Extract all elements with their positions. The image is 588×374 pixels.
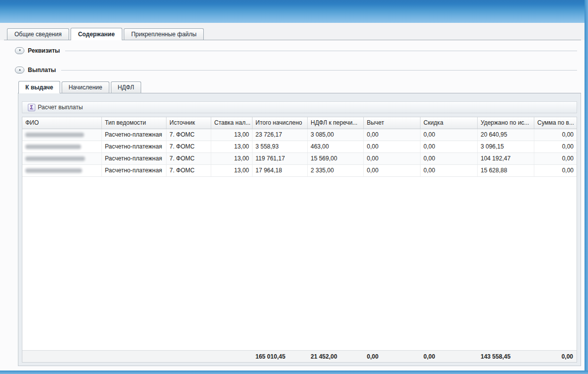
- cell-deduction: 0,00: [364, 141, 420, 152]
- column-header-accrued-total[interactable]: Итого начислено: [252, 117, 308, 129]
- cell-source: 7. ФОМС: [167, 153, 211, 164]
- cell-doc-sum: 0,00: [534, 141, 577, 152]
- redacted-name: [25, 145, 81, 149]
- grid-toolbar: Σ Расчет выплаты: [22, 101, 577, 113]
- column-header-discount[interactable]: Скидка: [420, 117, 478, 129]
- tab-general-info[interactable]: Общие сведения: [7, 28, 69, 40]
- section-title-requisites: Реквизиты: [28, 47, 60, 54]
- payments-grid: ФИО Тип ведомости Источник Ставка нал...…: [22, 117, 577, 363]
- cell-ved-type: Расчетно-платежная: [102, 153, 167, 164]
- totals-spacer: [167, 351, 211, 363]
- cell-source: 7. ФОМС: [167, 129, 211, 141]
- column-header-withheld[interactable]: Удержано по ис...: [478, 117, 534, 129]
- column-header-deduction[interactable]: Вычет: [364, 117, 420, 129]
- column-header-ved-type[interactable]: Тип ведомости: [102, 117, 167, 129]
- cell-ndfl-transfer: 3 085,00: [308, 129, 364, 141]
- cell-ved-type: Расчетно-платежная: [102, 129, 167, 141]
- redacted-name: [25, 156, 85, 161]
- cell-deduction: 0,00: [364, 129, 420, 141]
- redacted-name: [25, 133, 84, 137]
- chevron-down-icon: ▼: [18, 49, 21, 52]
- cell-source: 7. ФОМС: [167, 165, 211, 176]
- grid-totals-row: 165 010,45 21 452,00 0,00 0,00 143 558,4…: [22, 350, 577, 362]
- cell-ndfl-transfer: 463,00: [308, 141, 364, 152]
- cell-deduction: 0,00: [364, 153, 420, 164]
- table-row[interactable]: Расчетно-платежная 7. ФОМС 13,00 119 761…: [22, 153, 577, 165]
- cell-tax-rate: 13,00: [211, 141, 252, 152]
- section-requisites: ▼ Реквизиты: [15, 47, 577, 55]
- cell-withheld: 3 096,15: [478, 141, 534, 152]
- window-frame-bottom: [0, 371, 588, 374]
- totals-spacer: [22, 351, 102, 363]
- total-withheld: 143 558,45: [478, 351, 534, 363]
- section-payments: ▲ Выплаты: [15, 66, 577, 74]
- table-row[interactable]: Расчетно-платежная 7. ФОМС 13,00 17 964,…: [22, 165, 577, 177]
- cell-discount: 0,00: [420, 141, 478, 152]
- tab-attached-files[interactable]: Прикрепленные файлы: [124, 28, 204, 40]
- cell-discount: 0,00: [420, 129, 478, 141]
- cell-tax-rate: 13,00: [211, 129, 252, 141]
- total-deduction: 0,00: [364, 351, 420, 363]
- cell-accrued-total: 23 726,17: [252, 129, 308, 141]
- total-discount: 0,00: [420, 351, 478, 363]
- main-tabstrip: Общие сведения Содержание Прикрепленные …: [4, 28, 581, 40]
- cell-accrued-total: 119 761,17: [252, 153, 308, 164]
- subtab-to-issue[interactable]: К выдаче: [18, 81, 60, 93]
- section-divider: [65, 51, 577, 51]
- cell-fio: [22, 141, 102, 152]
- column-header-fio[interactable]: ФИО: [22, 117, 102, 129]
- grid-header-row: ФИО Тип ведомости Источник Ставка нал...…: [22, 117, 577, 129]
- calc-payment-label: Расчет выплаты: [38, 104, 83, 111]
- payments-panel-body: Σ Расчет выплаты ФИО Тип ведомости Источ…: [18, 93, 581, 366]
- cell-tax-rate: 13,00: [211, 165, 252, 176]
- payments-panel: К выдаче Начисление НДФЛ Σ Расчет выплат…: [18, 81, 581, 366]
- sigma-icon: Σ: [28, 104, 35, 111]
- subtab-accrual[interactable]: Начисление: [62, 81, 109, 93]
- calc-payment-button[interactable]: Σ Расчет выплаты: [25, 103, 86, 112]
- window-frame-right: [585, 0, 588, 374]
- cell-doc-sum: 0,00: [534, 165, 577, 176]
- cell-tax-rate: 13,00: [211, 153, 252, 164]
- section-divider: [61, 70, 577, 71]
- cell-ndfl-transfer: 2 335,00: [308, 165, 364, 176]
- column-header-source[interactable]: Источник: [167, 117, 211, 129]
- subtab-ndfl[interactable]: НДФЛ: [111, 81, 141, 93]
- table-row[interactable]: Расчетно-платежная 7. ФОМС 13,00 23 726,…: [22, 129, 577, 141]
- column-header-ndfl-transfer[interactable]: НДФЛ к перечи...: [308, 117, 364, 129]
- cell-doc-sum: 0,00: [534, 129, 577, 141]
- collapse-toggle-requisites[interactable]: ▼: [15, 47, 24, 54]
- column-header-doc-sum[interactable]: Сумма по в...: [534, 117, 577, 129]
- collapse-toggle-payments[interactable]: ▲: [15, 67, 24, 74]
- section-title-payments: Выплаты: [28, 67, 56, 74]
- cell-fio: [22, 165, 102, 176]
- tab-content[interactable]: Содержание: [71, 28, 122, 40]
- cell-discount: 0,00: [420, 153, 478, 164]
- cell-ndfl-transfer: 15 569,00: [308, 153, 364, 164]
- window-header: [0, 0, 588, 23]
- column-header-tax-rate[interactable]: Ставка нал...: [211, 117, 252, 129]
- cell-fio: [22, 153, 102, 164]
- cell-deduction: 0,00: [364, 165, 420, 176]
- cell-discount: 0,00: [420, 165, 478, 176]
- cell-doc-sum: 0,00: [534, 153, 577, 164]
- cell-accrued-total: 17 964,18: [252, 165, 308, 176]
- cell-withheld: 15 628,88: [478, 165, 534, 176]
- table-row[interactable]: Расчетно-платежная 7. ФОМС 13,00 3 558,9…: [22, 141, 577, 153]
- total-doc-sum: 0,00: [534, 351, 577, 363]
- chevron-up-icon: ▲: [18, 69, 21, 72]
- cell-withheld: 20 640,95: [478, 129, 534, 141]
- totals-spacer: [102, 351, 167, 363]
- payments-tabstrip: К выдаче Начисление НДФЛ: [18, 81, 581, 93]
- total-accrued: 165 010,45: [252, 351, 308, 363]
- cell-source: 7. ФОМС: [167, 141, 211, 152]
- total-ndfl: 21 452,00: [308, 351, 364, 363]
- cell-withheld: 104 192,47: [478, 153, 534, 164]
- grid-empty-area: [22, 177, 577, 350]
- cell-ved-type: Расчетно-платежная: [102, 141, 167, 152]
- totals-spacer: [211, 351, 252, 363]
- redacted-name: [25, 168, 82, 173]
- cell-ved-type: Расчетно-платежная: [102, 165, 167, 176]
- cell-fio: [22, 129, 102, 141]
- cell-accrued-total: 3 558,93: [252, 141, 308, 152]
